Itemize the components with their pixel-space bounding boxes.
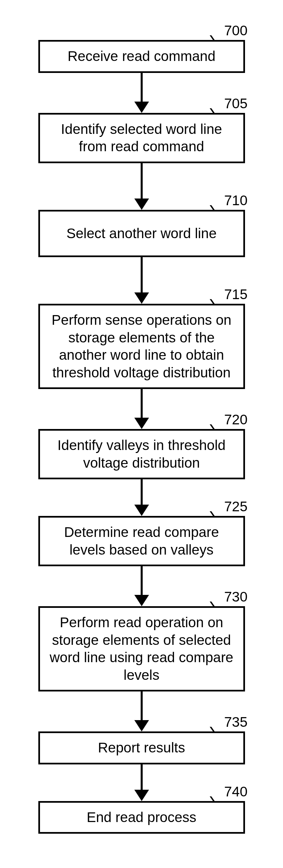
step-determine-read-compare-levels: Determine read compare levels based on v… [38, 516, 245, 566]
arrow-line [141, 257, 143, 292]
step-text: Identify valleys in threshold voltage di… [47, 437, 236, 472]
arrow-head [134, 292, 149, 304]
step-perform-sense-operations: Perform sense operations on storage elem… [38, 304, 245, 389]
arrow [134, 765, 149, 801]
flowchart-canvas: 700 Receive read command 705 Identify se… [0, 0, 283, 868]
step-ref-700: 700 [224, 23, 247, 39]
arrow [134, 389, 149, 429]
step-text: End read process [87, 809, 196, 826]
arrow-line [141, 765, 143, 790]
ref-tick [210, 511, 226, 516]
step-end-read-process: End read process [38, 801, 245, 834]
arrow [134, 479, 149, 516]
arrow-head [134, 418, 149, 429]
arrow-head [134, 720, 149, 732]
arrow-line [141, 73, 143, 101]
arrow [134, 566, 149, 606]
step-text: Perform sense operations on storage elem… [47, 311, 236, 381]
step-identify-selected-word-line: Identify selected word line from read co… [38, 113, 245, 163]
step-text: Report results [98, 739, 185, 757]
arrow-head [134, 595, 149, 606]
step-text: Perform read operation on storage elemen… [47, 614, 236, 684]
step-report-results: Report results [38, 732, 245, 765]
step-ref-740: 740 [224, 784, 247, 800]
step-text: Identify selected word line from read co… [47, 121, 236, 156]
step-ref-720: 720 [224, 412, 247, 428]
arrow-head [134, 790, 149, 801]
step-text: Select another word line [66, 225, 217, 243]
arrow [134, 163, 149, 210]
step-ref-710: 710 [224, 192, 247, 209]
ref-tick [210, 35, 226, 40]
ref-tick [210, 601, 226, 606]
arrow-line [141, 163, 143, 198]
ref-tick [210, 108, 226, 113]
step-receive-read-command: Receive read command [38, 40, 245, 73]
arrow-line [141, 389, 143, 418]
arrow [134, 691, 149, 732]
step-ref-735: 735 [224, 714, 247, 730]
arrow [134, 257, 149, 304]
arrow-line [141, 566, 143, 595]
step-ref-725: 725 [224, 499, 247, 515]
arrow [134, 73, 149, 113]
arrow-head [134, 198, 149, 210]
arrow-head [134, 101, 149, 113]
step-ref-705: 705 [224, 96, 247, 112]
arrow-head [134, 505, 149, 516]
ref-tick [210, 796, 226, 801]
step-ref-715: 715 [224, 286, 247, 303]
step-identify-valleys: Identify valleys in threshold voltage di… [38, 429, 245, 479]
ref-tick [210, 424, 226, 429]
step-ref-730: 730 [224, 589, 247, 605]
ref-tick [210, 727, 226, 732]
step-select-another-word-line: Select another word line [38, 210, 245, 257]
ref-tick [210, 299, 226, 304]
arrow-line [141, 479, 143, 505]
ref-tick [210, 205, 226, 210]
step-perform-read-operation: Perform read operation on storage elemen… [38, 606, 245, 691]
step-text: Receive read command [68, 48, 216, 65]
arrow-line [141, 691, 143, 720]
flowchart-column: 700 Receive read command 705 Identify se… [38, 40, 245, 834]
step-text: Determine read compare levels based on v… [47, 524, 236, 559]
